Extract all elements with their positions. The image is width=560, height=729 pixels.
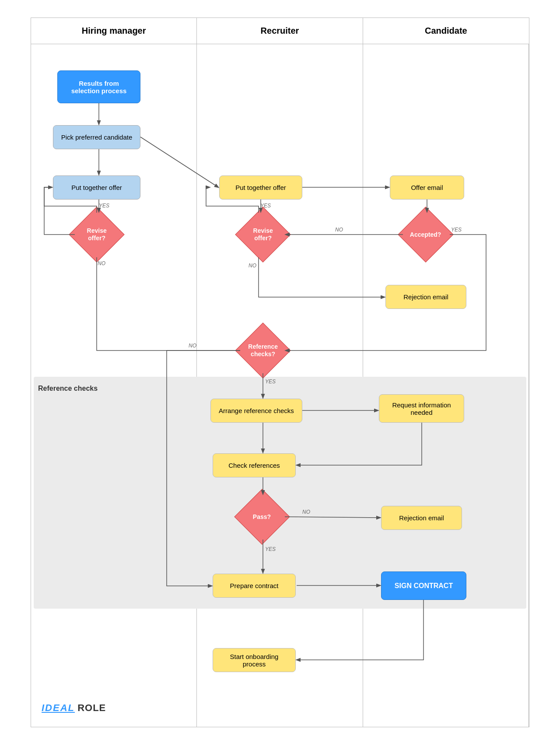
header-recruiter: Recruiter <box>197 18 363 44</box>
accepted-diamond: Accepted? <box>404 213 448 256</box>
results-node: Results from selection process <box>57 70 140 103</box>
revise-hm-diamond: Revise offer? <box>75 213 119 256</box>
ref-checks-diamond: Reference checks? <box>241 329 285 372</box>
logo-role: ROLE <box>77 702 106 713</box>
logo: IDEAL ROLE <box>42 702 106 714</box>
rejection-email1-node: Rejection email <box>385 285 466 309</box>
offer-email-node: Offer email <box>390 175 464 200</box>
ref-checks-label: Reference checks <box>38 385 98 393</box>
diagram-wrapper: Hiring manager Recruiter Candidate Refer… <box>31 18 529 727</box>
arrange-node: Arrange reference checks <box>210 399 302 423</box>
content-area: Reference checks Results from selection … <box>31 44 529 727</box>
revise-rec-diamond: Revise offer? <box>241 213 285 256</box>
prepare-contract-node: Prepare contract <box>213 574 296 598</box>
pass-diamond: Pass? <box>240 495 284 539</box>
put-together-rec-node: Put together offer <box>219 175 302 200</box>
put-together-hm-node: Put together offer <box>53 175 140 200</box>
check-refs-node: Check references <box>213 453 296 477</box>
sign-contract-node: SIGN CONTRACT <box>381 571 466 600</box>
rejection-email2-node: Rejection email <box>381 506 462 530</box>
onboarding-node: Start onboarding process <box>213 648 296 672</box>
request-info-node: Request information needed <box>379 394 464 423</box>
header-candidate: Candidate <box>363 18 529 44</box>
header-hiring-manager: Hiring manager <box>31 18 197 44</box>
logo-ideal: IDEAL <box>42 702 75 713</box>
header-row: Hiring manager Recruiter Candidate <box>31 18 529 44</box>
pick-candidate-node: Pick preferred candidate <box>53 125 140 149</box>
